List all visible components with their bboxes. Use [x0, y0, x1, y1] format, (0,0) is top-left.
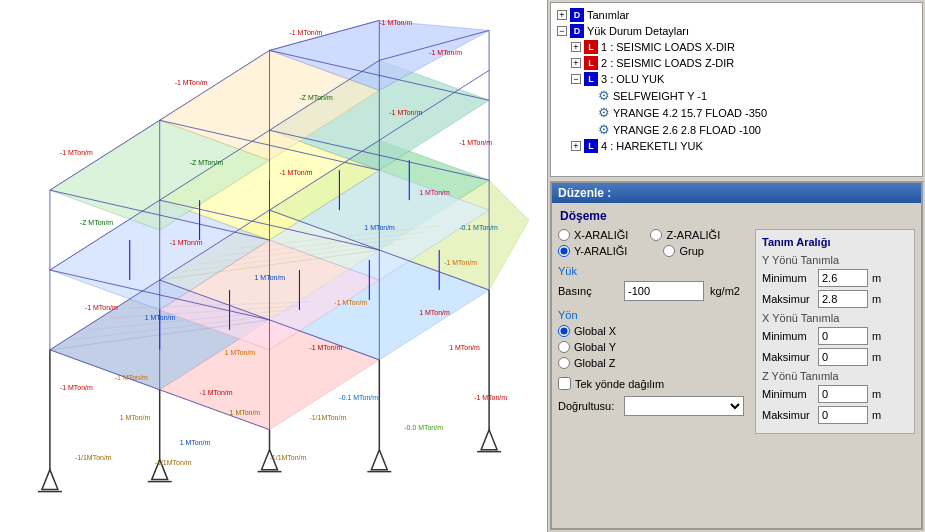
tree-item-selfweight[interactable]: + ⚙ SELFWEIGHT Y -1 [555, 87, 918, 104]
y-min-row: Minimum m [762, 269, 908, 287]
svg-text:-1 MTon/m: -1 MTon/m [309, 344, 342, 351]
svg-text:-1 MTon/m: -1 MTon/m [200, 389, 233, 396]
svg-text:-0.1 MTon/m: -0.1 MTon/m [459, 224, 498, 231]
x-max-row: Maksimur m [762, 348, 908, 366]
x-max-label: Maksimur [762, 351, 814, 363]
yon-radio-group: Global X Global Y Global Z [558, 325, 747, 369]
tree-icon-d2: D [570, 24, 584, 38]
gear-icon3: ⚙ [598, 122, 610, 137]
tree-label: 4 : HAREKETLI YUK [601, 140, 703, 152]
radio-input-z[interactable] [650, 229, 662, 241]
radio-label-globalz: Global Z [574, 357, 616, 369]
radio-input-globalz[interactable] [558, 357, 570, 369]
tree-item-yrange2[interactable]: + ⚙ YRANGE 2.6 2.8 FLOAD -100 [555, 121, 918, 138]
expand-icon[interactable]: − [571, 74, 581, 84]
svg-text:1 MTon/m: 1 MTon/m [120, 414, 151, 421]
svg-text:-1 MTon/m: -1 MTon/m [444, 259, 477, 266]
radio-x-araligi[interactable]: X-ARALIĞI [558, 229, 628, 241]
svg-text:-1 MTon/m: -1 MTon/m [459, 139, 492, 146]
radio-label-y: Y-ARALIĞI [574, 245, 627, 257]
svg-text:-Z MTon/m: -Z MTon/m [80, 219, 113, 226]
expand-icon4[interactable]: + [571, 141, 581, 151]
tree-icon-d: D [570, 8, 584, 22]
z-max-unit: m [872, 409, 881, 421]
svg-text:1 MTon/m: 1 MTon/m [145, 314, 176, 321]
radio-globalx[interactable]: Global X [558, 325, 747, 337]
tree-item-tanimlar[interactable]: + D Tanımlar [555, 7, 918, 23]
expand-icon[interactable]: + [571, 42, 581, 52]
radio-globaly[interactable]: Global Y [558, 341, 747, 353]
y-max-input[interactable] [818, 290, 868, 308]
y-max-unit: m [872, 293, 881, 305]
radio-z-araligi[interactable]: Z-ARALIĞI [650, 229, 720, 241]
dialog-content: Döşeme X-ARALIĞI Z-ARALIĞI [552, 203, 921, 440]
tree-item-seismicz[interactable]: + L 2 : SEISMIC LOADS Z-DIR [555, 55, 918, 71]
radio-globalz[interactable]: Global Z [558, 357, 747, 369]
z-max-input[interactable] [818, 406, 868, 424]
y-min-unit: m [872, 272, 881, 284]
tree-label: YRANGE 4.2 15.7 FLOAD -350 [613, 107, 767, 119]
x-max-unit: m [872, 351, 881, 363]
svg-text:-1 MTon/m: -1 MTon/m [115, 374, 148, 381]
range-row2: Y-ARALIĞI Grup [558, 245, 747, 257]
svg-text:-1 MTon/m: -1 MTon/m [429, 49, 462, 56]
expand-icon[interactable]: + [571, 58, 581, 68]
svg-text:-1/1MTon/m: -1/1MTon/m [75, 454, 112, 461]
tree-icon-l: L [584, 40, 598, 54]
svg-text:-1/1MTon/m: -1/1MTon/m [270, 454, 307, 461]
tree-item-hareketli[interactable]: + L 4 : HAREKETLI YUK [555, 138, 918, 154]
radio-y-araligi[interactable]: Y-ARALIĞI [558, 245, 627, 257]
svg-text:1 MTon/m: 1 MTon/m [180, 439, 211, 446]
tanim-araligi-title: Tanım Aralığı [762, 236, 908, 248]
dogrul-row: Doğrultusu: [558, 396, 747, 416]
z-min-input[interactable] [818, 385, 868, 403]
tek-yonde-row[interactable]: Tek yönde dağılım [558, 377, 747, 390]
svg-text:-1 MTon/m: -1 MTon/m [474, 394, 507, 401]
y-max-row: Maksimur m [762, 290, 908, 308]
radio-input-x[interactable] [558, 229, 570, 241]
tek-yonde-checkbox[interactable] [558, 377, 571, 390]
dogrul-select[interactable] [624, 396, 744, 416]
tree-label: 2 : SEISMIC LOADS Z-DIR [601, 57, 734, 69]
expand-icon[interactable]: − [557, 26, 567, 36]
svg-text:-0.1 MTon/m: -0.1 MTon/m [339, 394, 378, 401]
radio-input-globaly[interactable] [558, 341, 570, 353]
tree-panel[interactable]: + D Tanımlar − D Yük Durum Detayları + L… [550, 2, 923, 177]
svg-text:1 MTon/m: 1 MTon/m [364, 224, 395, 231]
main-layout: X-ARALIĞI Z-ARALIĞI Y-ARALIĞI [558, 229, 915, 434]
svg-text:1 MTon/m: 1 MTon/m [225, 349, 256, 356]
tree-item-yrange1[interactable]: + ⚙ YRANGE 4.2 15.7 FLOAD -350 [555, 104, 918, 121]
tek-yonde-label: Tek yönde dağılım [575, 378, 664, 390]
tree-label: YRANGE 2.6 2.8 FLOAD -100 [613, 124, 761, 136]
dialog-panel: Düzenle : Döşeme X-ARALIĞI Z-ARAL [550, 181, 923, 530]
tree-item-seismicx[interactable]: + L 1 : SEISMIC LOADS X-DIR [555, 39, 918, 55]
section-title: Döşeme [558, 209, 915, 223]
tree-item-oluyuk[interactable]: − L 3 : OLU YUK [555, 71, 918, 87]
y-min-input[interactable] [818, 269, 868, 287]
expand-icon[interactable]: + [557, 10, 567, 20]
svg-text:-1/1MTon/m: -1/1MTon/m [309, 414, 346, 421]
svg-text:-1 MTon/m: -1 MTon/m [279, 169, 312, 176]
z-min-label: Minimum [762, 388, 814, 400]
tanim-araligi-panel: Tanım Aralığı Y Yönü Tanımla Minimum m M… [755, 229, 915, 434]
tree-label: 3 : OLU YUK [601, 73, 664, 85]
radio-input-grup[interactable] [663, 245, 675, 257]
radio-label-globalx: Global X [574, 325, 616, 337]
radio-label-z: Z-ARALIĞI [666, 229, 720, 241]
basinc-input[interactable] [624, 281, 704, 301]
x-min-input[interactable] [818, 327, 868, 345]
radio-input-y[interactable] [558, 245, 570, 257]
tree-item-yukdurum[interactable]: − D Yük Durum Detayları [555, 23, 918, 39]
right-panel: + D Tanımlar − D Yük Durum Detayları + L… [548, 0, 925, 532]
x-min-row: Minimum m [762, 327, 908, 345]
svg-text:-1 MTon/m: -1 MTon/m [85, 304, 118, 311]
x-max-input[interactable] [818, 348, 868, 366]
svg-text:-1 MTon/m: -1 MTon/m [379, 19, 412, 26]
radio-grup[interactable]: Grup [663, 245, 703, 257]
yuk-section-title: Yük [558, 265, 747, 277]
radio-label-globaly: Global Y [574, 341, 616, 353]
radio-input-globalx[interactable] [558, 325, 570, 337]
dialog-titlebar: Düzenle : [552, 183, 921, 203]
z-yonu-title: Z Yönü Tanımla [762, 370, 908, 382]
left-form: X-ARALIĞI Z-ARALIĞI Y-ARALIĞI [558, 229, 747, 434]
